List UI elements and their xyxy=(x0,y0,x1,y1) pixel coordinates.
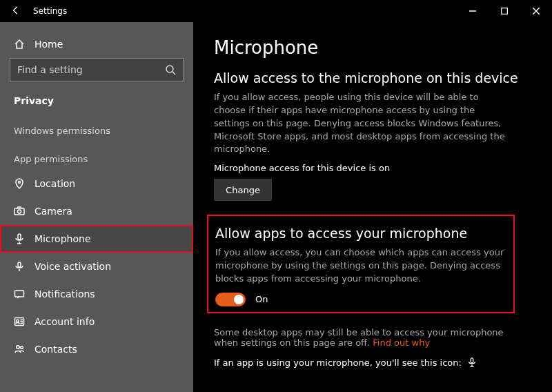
mic-in-use-note: If an app is using your microphone, you'… xyxy=(214,357,531,368)
toggle-knob xyxy=(234,295,244,304)
desktop-apps-note: Some desktop apps may still be able to a… xyxy=(214,327,511,348)
sidebar-item-label: Voice activation xyxy=(34,261,111,272)
section-heading: Allow access to the microphone on this d… xyxy=(214,70,531,86)
contacts-icon xyxy=(14,344,25,355)
maximize-button[interactable] xyxy=(489,0,520,22)
sidebar-item-location[interactable]: Location xyxy=(0,170,193,197)
page-title: Microphone xyxy=(214,37,531,58)
sidebar-item-label: Camera xyxy=(34,206,72,217)
search-icon xyxy=(165,64,176,75)
svg-point-2 xyxy=(19,182,21,184)
find-out-why-link[interactable]: Find out why xyxy=(373,337,430,348)
svg-rect-7 xyxy=(15,291,24,297)
svg-rect-5 xyxy=(18,234,21,239)
section-heading: Allow apps to access your microphone xyxy=(215,226,506,241)
sidebar-item-account-info[interactable]: Account info xyxy=(0,308,193,335)
sidebar-item-microphone[interactable]: Microphone xyxy=(0,225,193,253)
sidebar-home[interactable]: Home xyxy=(0,32,193,58)
section-device-access: Allow access to the microphone on this d… xyxy=(214,70,531,201)
sidebar-group-windows-permissions: Windows permissions xyxy=(0,113,193,141)
sidebar-category: Privacy xyxy=(0,88,193,113)
notifications-icon xyxy=(14,288,25,300)
search-input[interactable] xyxy=(17,64,165,75)
sidebar-item-contacts[interactable]: Contacts xyxy=(0,335,193,363)
search-box[interactable] xyxy=(10,58,184,81)
sidebar-item-notifications[interactable]: Notifications xyxy=(0,280,193,308)
minimize-button[interactable] xyxy=(457,0,489,22)
svg-point-9 xyxy=(17,320,19,322)
back-button[interactable] xyxy=(11,5,21,18)
iconline-text: If an app is using your microphone, you'… xyxy=(214,357,462,368)
section-body: If you allow access, people using this d… xyxy=(214,91,511,156)
titlebar: Settings xyxy=(0,0,552,22)
sidebar-item-label: Account info xyxy=(34,316,95,327)
window-title: Settings xyxy=(33,6,67,16)
sidebar-item-label: Microphone xyxy=(34,233,91,244)
sidebar-item-camera[interactable]: Camera xyxy=(0,197,193,225)
section-body: If you allow access, you can choose whic… xyxy=(215,246,506,286)
section-app-access: Allow apps to access your microphone If … xyxy=(207,215,515,313)
note-text: Some desktop apps may still be able to a… xyxy=(214,327,504,348)
svg-rect-12 xyxy=(471,358,473,363)
sidebar-home-label: Home xyxy=(34,39,63,50)
sidebar-item-label: Location xyxy=(34,178,75,189)
svg-point-1 xyxy=(166,66,173,72)
sidebar-group-app-permissions: App permissions xyxy=(0,141,193,170)
content-area: Microphone Allow access to the microphon… xyxy=(193,22,552,392)
location-icon xyxy=(14,178,25,189)
svg-rect-6 xyxy=(18,262,21,267)
app-access-toggle[interactable] xyxy=(215,293,246,306)
microphone-icon xyxy=(14,233,25,244)
svg-point-4 xyxy=(18,210,21,213)
microphone-icon xyxy=(467,357,477,367)
home-icon xyxy=(14,39,25,50)
voice-activation-icon xyxy=(14,261,25,272)
toggle-label: On xyxy=(255,294,268,304)
svg-point-11 xyxy=(21,346,23,349)
svg-point-10 xyxy=(17,346,19,349)
camera-icon xyxy=(14,206,25,217)
sidebar-item-label: Notifications xyxy=(34,288,95,300)
change-button[interactable]: Change xyxy=(214,179,272,201)
sidebar-item-voice-activation[interactable]: Voice activation xyxy=(0,253,193,280)
sidebar-item-label: Contacts xyxy=(34,344,77,355)
svg-rect-0 xyxy=(502,8,508,14)
device-access-status: Microphone access for this device is on xyxy=(214,163,531,173)
close-button[interactable] xyxy=(520,0,552,22)
sidebar: Home Privacy Windows permissions App per… xyxy=(0,22,193,392)
account-info-icon xyxy=(14,316,25,327)
